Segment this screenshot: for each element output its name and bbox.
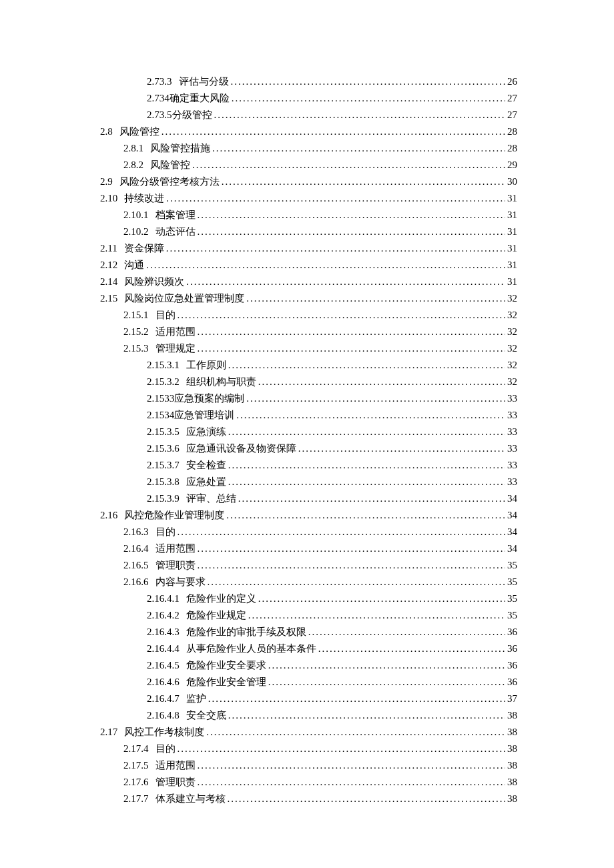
toc-page-number: 31 <box>507 240 517 257</box>
toc-leader-dots <box>208 574 506 590</box>
toc-leader-dots <box>228 474 505 490</box>
toc-page-number: 35 <box>507 574 517 590</box>
toc-entry: 2.16.4.6危险作业安全管理36 <box>100 674 517 691</box>
toc-page-number: 36 <box>507 657 517 674</box>
toc-entry: 2.16.4适用范围34 <box>100 540 517 557</box>
toc-title: 确定重大风险 <box>170 90 230 107</box>
toc-title: 适用范围 <box>156 324 196 340</box>
toc-entry: 2.15.3.8应急处置33 <box>100 474 517 490</box>
toc-number: 2.16.6 <box>123 574 149 590</box>
toc-number: 2.8.2 <box>123 157 143 173</box>
toc-leader-dots <box>238 490 505 507</box>
toc-number: 2.73.3 <box>147 73 172 90</box>
toc-entry: 2.16.4.8安全交底38 <box>100 707 517 724</box>
toc-page-number: 31 <box>507 207 517 224</box>
toc-number: 2.16.5 <box>123 557 149 574</box>
toc-leader-dots <box>178 524 506 540</box>
toc-entry: 2.16.5管理职责35 <box>100 557 517 574</box>
toc-title: 管理职责 <box>156 774 196 791</box>
toc-page-number: 28 <box>507 123 517 140</box>
toc-entry: 2.16.4.5危险作业安全要求36 <box>100 657 517 674</box>
toc-title: 管理规定 <box>156 340 196 357</box>
toc-number: 2.16 <box>100 507 117 524</box>
toc-entry: 2.17.7体系建立与考核38 <box>100 791 517 807</box>
toc-entry: 2.15.3.1工作原则32 <box>100 357 517 374</box>
toc-number: 2.10.1 <box>123 207 149 224</box>
toc-page-number: 33 <box>507 457 517 474</box>
toc-title: 风险岗位应急处置管理制度 <box>124 290 244 307</box>
toc-entry: 2.14风险辨识频次31 <box>100 274 517 290</box>
toc-title: 适用范围 <box>156 757 196 774</box>
toc-page-number: 36 <box>507 640 517 657</box>
toc-number: 2.12 <box>100 257 117 274</box>
toc-title: 风险管控措施 <box>150 140 210 157</box>
toc-title: 管理职责 <box>156 557 196 574</box>
toc-title: 监护 <box>186 691 206 707</box>
toc-number: 2.15 <box>100 290 117 307</box>
toc-entry: 2.16.4.2危险作业规定35 <box>100 607 517 624</box>
toc-page-number: 35 <box>507 590 517 607</box>
toc-entry: 2.15.3.5应急演练33 <box>100 424 517 440</box>
toc-entry: 2.15.1目的32 <box>100 307 517 324</box>
toc-leader-dots <box>146 257 505 274</box>
toc-number: 2.16.4.8 <box>147 707 180 724</box>
toc-page-number: 33 <box>507 407 517 424</box>
toc-page-number: 38 <box>507 774 517 791</box>
toc-entry: 2.8.1风险管控措施28 <box>100 140 517 157</box>
toc-leader-dots <box>268 674 505 691</box>
toc-leader-dots <box>246 290 505 307</box>
toc-entry: 2.11资金保障31 <box>100 240 517 257</box>
toc-leader-dots <box>166 240 505 257</box>
toc-leader-dots <box>162 123 505 140</box>
toc-leader-dots <box>258 374 505 390</box>
toc-entry: 2.16.4.1危险作业的定义35 <box>100 590 517 607</box>
toc-leader-dots <box>192 157 505 173</box>
toc-title: 组织机构与职责 <box>186 374 256 390</box>
toc-entry: 2.73.3评估与分级26 <box>100 73 517 90</box>
toc-title: 应急管理培训 <box>174 407 234 424</box>
toc-number: 2.1533 <box>147 390 174 407</box>
toc-leader-dots <box>228 707 505 724</box>
toc-entry: 2.15.3.9评审、总结34 <box>100 490 517 507</box>
toc-page-number: 33 <box>507 424 517 440</box>
toc-number: 2.10 <box>100 190 117 207</box>
toc-number: 2.16.4.7 <box>147 691 180 707</box>
toc-page-number: 31 <box>507 257 517 274</box>
toc-page-number: 32 <box>507 340 517 357</box>
toc-leader-dots <box>208 691 505 707</box>
toc-number: 2.15.3.2 <box>147 374 180 390</box>
toc-number: 2.15.3.8 <box>147 474 180 490</box>
toc-leader-dots <box>232 90 505 107</box>
toc-title: 内容与要求 <box>156 574 206 590</box>
toc-title: 风险管控 <box>150 157 190 173</box>
toc-title: 安全检查 <box>186 457 226 474</box>
toc-title: 评估与分级 <box>179 73 229 90</box>
toc-leader-dots <box>308 624 505 640</box>
toc-entry: 2.16.3目的34 <box>100 524 517 540</box>
toc-number: 2.73.5 <box>147 107 172 123</box>
toc-entry: 2.15.3.7安全检查33 <box>100 457 517 474</box>
toc-page-number: 37 <box>507 691 517 707</box>
toc-page-number: 33 <box>507 390 517 407</box>
toc-number: 2.15.3.9 <box>147 490 180 507</box>
toc-title: 危险作业规定 <box>186 607 246 624</box>
toc-leader-dots <box>198 540 506 557</box>
toc-number: 2.17.5 <box>123 757 149 774</box>
toc-entry: 2.15.3.6应急通讯设备及物资保障33 <box>100 440 517 457</box>
toc-number: 2.14 <box>100 274 117 290</box>
toc-title: 风控危险作业管理制度 <box>124 507 224 524</box>
toc-entry: 2.12沟通31 <box>100 257 517 274</box>
toc-leader-dots <box>198 207 506 224</box>
toc-title: 应急预案的编制 <box>174 390 244 407</box>
toc-entry: 2.15.3管理规定32 <box>100 340 517 357</box>
toc-leader-dots <box>178 741 506 757</box>
toc-leader-dots <box>212 140 505 157</box>
toc-entry: 2.16.4.4从事危险作业人员的基本条件36 <box>100 640 517 657</box>
toc-number: 2.11 <box>100 240 117 257</box>
toc-leader-dots <box>214 107 506 123</box>
toc-leader-dots <box>178 307 506 324</box>
toc-page-number: 34 <box>507 507 517 524</box>
toc-leader-dots <box>228 457 505 474</box>
toc-number: 2.17.7 <box>123 791 149 807</box>
toc-entry: 2.15风险岗位应急处置管理制度32 <box>100 290 517 307</box>
